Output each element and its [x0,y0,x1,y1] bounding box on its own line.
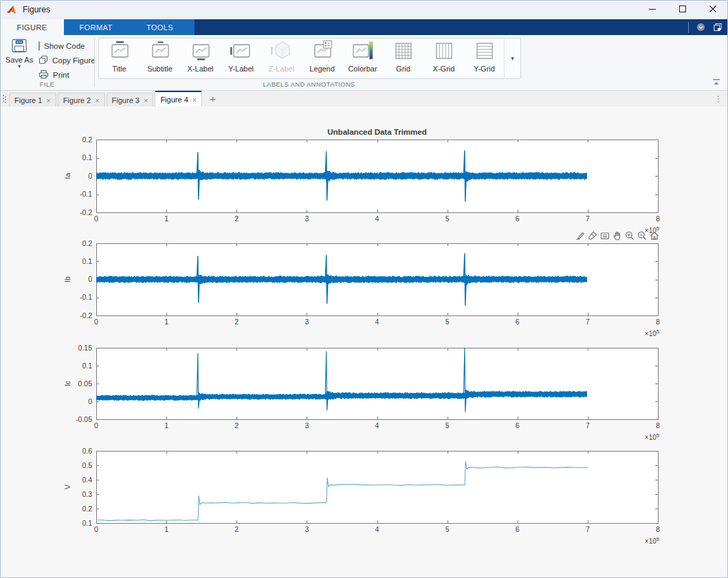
zoom-out-icon[interactable] [636,230,648,241]
x-tick-label: 5 [445,525,450,533]
x-tick-label: 0 [94,318,98,326]
export-icon[interactable] [574,230,586,241]
y-axis-label: V [63,485,71,489]
new-figure-tab-button[interactable]: + [210,93,216,104]
x-tick-label: 4 [375,525,379,533]
ribbon-tab-figure[interactable]: FIGURE [0,19,64,35]
button-label: X-Label [188,65,214,73]
close-tab-icon[interactable]: × [46,96,50,104]
legend-icon [311,40,334,65]
y-tick-label: 0.6 [82,447,92,455]
ribbon-arrow-icon[interactable] [696,23,705,32]
y-tick-label: 0.05 [78,379,93,388]
copy-figure-icon [38,55,48,66]
y-tick-label: 0.2 [82,239,92,247]
brush-icon[interactable] [586,230,598,241]
minimize-toolstrip-icon[interactable] [712,78,723,87]
ribbon-tab-tools[interactable]: TOOLS [128,19,192,35]
ribbon-right-separator [688,22,689,33]
figure-tab-label: Figure 1 [14,96,42,104]
figure-tab-bar: Figure 1×Figure 2×Figure 3×Figure 4×+⋮ [0,91,728,107]
subtitle-button[interactable]: Subtitle [140,38,180,78]
title-button[interactable]: Title [99,38,140,78]
button-label: Y-Label [228,65,254,73]
y-grid-button[interactable]: Y-Grid [464,38,505,78]
x-scale-label: ×105 [645,536,659,545]
figure-tab-figure-3[interactable]: Figure 3× [107,93,154,107]
print-button[interactable]: Print [38,69,69,80]
save-as-dropdown-icon[interactable]: ▾ [4,65,34,69]
ribbon-tab-strip: FIGUREFORMATTOOLS [0,19,728,35]
y-label-button[interactable]: Y-Label [221,38,261,78]
minimize-button[interactable] [637,0,668,19]
tabbar-grip-icon[interactable] [2,94,7,104]
zoom-in-icon[interactable] [624,230,635,241]
figure-tab-figure-4[interactable]: Figure 4× [155,91,202,107]
x-tick-label: 2 [234,421,239,430]
y-grid-icon [473,40,496,65]
y-tick-label: 0.4 [82,476,92,484]
x-tick-label: 8 [656,318,660,326]
show-code-checkbox[interactable]: Show Code [38,41,85,52]
x-tick-label: 8 [656,421,660,430]
x-tick-label: 7 [586,421,590,430]
x-tick-label: 1 [164,421,168,430]
axes-box [96,348,658,419]
x-tick-label: 6 [516,421,520,430]
pan-icon[interactable] [611,230,623,241]
window-title: Figures [23,5,50,14]
button-label: Subtitle [147,65,173,73]
close-tab-icon[interactable]: × [95,96,99,104]
x-tick-label: 7 [586,525,590,533]
x-tick-label: 3 [305,525,309,533]
x-tick-label: 7 [586,214,590,223]
figure-tab-figure-2[interactable]: Figure 2× [58,93,105,107]
figure-tab-figure-1[interactable]: Figure 1× [9,93,56,107]
copy-figure-button[interactable]: Copy Figure [38,55,96,66]
y-axis-label: Ic [63,381,71,386]
button-label: Y-Grid [474,65,495,73]
y-tick-label: -0.05 [76,415,92,423]
undock-icon[interactable] [713,23,723,32]
figure-tab-label: Figure 4 [160,96,188,104]
figure-tab-label: Figure 3 [112,96,140,104]
axes-toolbar [574,230,660,241]
subplot-Ia: 012345678-0.2-0.100.10.2IaUnbalanced Dat… [63,128,660,234]
y-tick-label: 0 [88,275,92,283]
subplot-Ib: 012345678-0.2-0.100.10.2Ib×105 [63,239,660,338]
button-label: Colorbar [348,65,377,73]
restore-view-icon[interactable] [648,230,660,241]
tabbar-menu-icon[interactable]: ⋮ [714,94,723,104]
x-tick-label: 0 [94,214,98,223]
print-icon [38,69,49,80]
close-icon [709,3,717,16]
labels-section-more-button[interactable]: ▾ [504,38,521,79]
close-tab-icon[interactable]: × [144,96,148,104]
x-label-button[interactable]: X-Label [180,38,221,78]
x-tick-label: 3 [305,214,309,223]
x-scale-label: ×105 [645,329,659,337]
y-tick-label: 0.2 [82,504,92,513]
close-button[interactable] [698,0,728,19]
colorbar-button[interactable]: Colorbar [342,38,383,78]
ribbon-tab-format[interactable]: FORMAT [64,19,128,35]
y-tick-label: 0.5 [82,461,92,469]
print-label: Print [53,71,69,79]
y-axis-label: Ia [63,173,71,179]
maximize-icon [679,3,687,16]
save-as-button[interactable]: Save As ▾ [4,38,34,69]
labels-annotations-group: TitleSubtitleX-LabelY-LabelZ-LabelLegend… [98,38,505,79]
show-code-label: Show Code [44,42,85,50]
x-tick-label: 6 [516,318,520,326]
z-label-button: Z-Label [261,38,302,78]
y-tick-label: 0.1 [82,519,92,527]
close-tab-icon[interactable]: × [192,96,197,104]
datatips-icon[interactable] [599,230,610,241]
legend-button[interactable]: Legend [302,38,342,78]
maximize-button[interactable] [668,0,698,19]
x-grid-button[interactable]: X-Grid [423,38,464,78]
y-tick-label: -0.2 [80,208,92,216]
x-tick-label: 4 [375,214,379,223]
x-tick-label: 0 [94,421,98,430]
grid-button[interactable]: Grid [383,38,423,78]
